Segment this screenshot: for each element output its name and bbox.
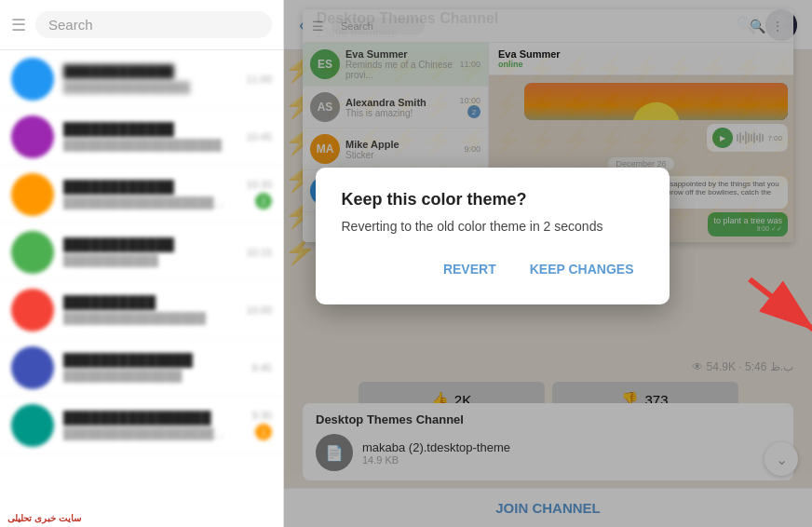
chat-time: 9:45 <box>252 362 272 373</box>
chat-preview: ████████████████ <box>63 81 225 94</box>
chat-name: ████████████ <box>63 64 225 79</box>
chat-meta: 9:45 <box>225 362 272 373</box>
chat-time: 11:00 <box>246 74 272 85</box>
chat-info: ████████████ ██████████████████████████ <box>63 180 225 209</box>
list-item[interactable]: ████████████ ████████████████████ 10:45 <box>0 108 283 166</box>
chat-info: ████████████ ████████████████ <box>63 64 225 94</box>
dialog-buttons: REVERT KEEP CHANGES <box>342 256 643 282</box>
chat-preview: ██████████████████ <box>63 312 225 325</box>
dialog-title: Keep this color theme? <box>342 190 643 209</box>
list-item[interactable]: ████████████ ██████████████████████████ … <box>0 166 283 223</box>
chat-preview: █████████████████████████ <box>63 427 225 440</box>
chat-info: ████████████ ████████████████████ <box>63 122 225 152</box>
chat-time: 10:45 <box>246 131 272 142</box>
chat-name: ██████████ <box>63 295 225 310</box>
dialog-box: Keep this color theme? Reverting to the … <box>316 168 670 304</box>
chat-name: ████████████ <box>63 180 225 195</box>
avatar <box>11 173 54 216</box>
chat-time: 10:00 <box>246 304 272 316</box>
chat-preview: ███████████████ <box>63 370 225 383</box>
app-container: ☰ Search ████████████ ████████████████ 1… <box>0 0 812 527</box>
avatar <box>11 404 54 447</box>
hamburger-icon[interactable]: ☰ <box>11 15 26 35</box>
chat-meta: 10:15 <box>225 247 272 258</box>
chat-meta: 10:30 2 <box>225 179 272 209</box>
search-box[interactable]: Search <box>35 11 272 38</box>
chat-list: ████████████ ████████████████ 11:00 ████… <box>0 50 283 527</box>
list-item[interactable]: ██████████████ ███████████████ 9:45 <box>0 339 283 397</box>
watermark: سایت خبری تحلیلی <box>7 513 81 523</box>
chat-meta: 10:00 <box>225 304 272 316</box>
avatar <box>11 289 54 331</box>
unread-badge: 1 <box>255 424 272 440</box>
main-content: ‹ Desktop Themes Channel 23896 members 🔍 <box>284 0 812 527</box>
chat-preview: ████████████ <box>63 254 225 267</box>
chat-info: ██████████ ██████████████████ <box>63 295 225 325</box>
chat-meta: 11:00 <box>225 74 272 85</box>
list-item[interactable]: ████████████████ ███████████████████████… <box>0 397 283 454</box>
chat-meta: 10:45 <box>225 131 272 142</box>
dialog-overlay: Keep this color theme? Reverting to the … <box>284 0 812 527</box>
list-item[interactable]: ██████████ ██████████████████ 10:00 <box>0 281 283 339</box>
avatar <box>11 58 54 101</box>
chat-time: 10:15 <box>246 247 272 258</box>
unread-badge: 2 <box>255 193 272 209</box>
chat-info: ████████████████ ███████████████████████… <box>63 411 225 440</box>
chat-time: 9:30 <box>252 410 272 421</box>
list-item[interactable]: ████████████ ████████████████ 11:00 <box>0 50 283 108</box>
avatar <box>11 231 54 274</box>
revert-button[interactable]: REVERT <box>434 256 506 282</box>
sidebar-header: ☰ Search <box>0 0 283 50</box>
chat-name: ████████████ <box>63 237 225 252</box>
list-item[interactable]: ████████████ ████████████ 10:15 <box>0 223 283 281</box>
chat-info: ████████████ ████████████ <box>63 237 225 267</box>
chat-meta: 9:30 1 <box>225 410 272 440</box>
avatar <box>11 346 54 389</box>
chat-time: 10:30 <box>246 179 272 190</box>
keep-changes-button[interactable]: KEEP CHANGES <box>521 256 643 282</box>
chat-preview: ██████████████████████████ <box>63 196 225 209</box>
dialog-message: Reverting to the old color theme in 2 se… <box>342 219 643 234</box>
chat-name: ████████████ <box>63 122 225 137</box>
sidebar: ☰ Search ████████████ ████████████████ 1… <box>0 0 284 527</box>
chat-name: ████████████████ <box>63 411 225 426</box>
chat-preview: ████████████████████ <box>63 139 225 152</box>
chat-name: ██████████████ <box>63 353 225 368</box>
avatar <box>11 115 54 158</box>
chat-info: ██████████████ ███████████████ <box>63 353 225 383</box>
